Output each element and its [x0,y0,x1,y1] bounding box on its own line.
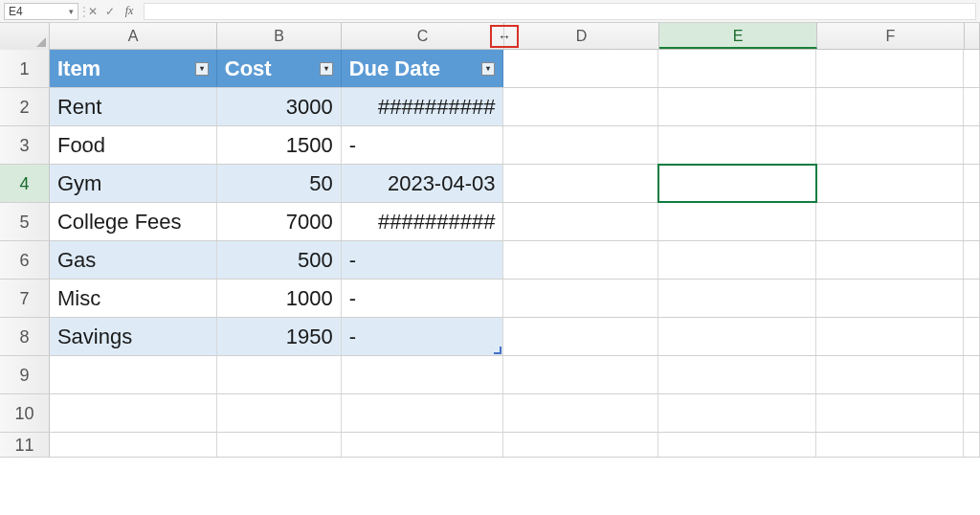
cell-A3[interactable]: Food [50,126,217,164]
cell-E3[interactable] [658,126,816,164]
filter-cost-icon[interactable]: ▾ [320,62,333,76]
fx-button[interactable]: fx [119,4,140,18]
cell-B4[interactable]: 50 [217,165,342,202]
cell-G7[interactable] [964,280,980,317]
row-header-2[interactable]: 2 [0,88,50,125]
cell-E7[interactable] [658,280,816,317]
cell-F10[interactable] [816,394,964,432]
cell-F5[interactable] [816,203,964,240]
header-item[interactable]: Item ▾ [50,50,217,87]
cell-E6[interactable] [658,241,816,279]
cell-D11[interactable] [503,433,658,457]
col-header-E[interactable]: E [659,23,817,49]
row-header-3[interactable]: 3 [0,126,50,164]
cell-E4-active[interactable] [658,165,816,202]
cell-B6[interactable]: 500 [217,241,342,279]
cell-C4[interactable]: 2023-04-03 [342,165,504,202]
cell-D2[interactable] [503,88,658,125]
cell-G4[interactable] [964,165,980,202]
formula-input[interactable] [144,3,976,20]
cell-G5[interactable] [964,203,980,240]
cell-C7[interactable]: - [342,280,504,317]
row-header-11[interactable]: 11 [0,433,50,457]
row-header-10[interactable]: 10 [0,394,50,432]
cell-A5[interactable]: College Fees [50,203,217,240]
cell-G6[interactable] [964,241,980,279]
cell-F6[interactable] [816,241,964,279]
col-header-F[interactable]: F [817,23,965,49]
row-header-4[interactable]: 4 [0,165,50,202]
col-header-extra[interactable] [965,23,980,49]
cell-E9[interactable] [658,356,816,393]
row-header-7[interactable]: 7 [0,280,50,317]
cell-G3[interactable] [964,126,980,164]
filter-due-icon[interactable]: ▾ [481,62,495,76]
cell-A10[interactable] [50,394,217,432]
cell-B8[interactable]: 1950 [217,318,342,355]
cell-D6[interactable] [503,241,658,279]
cell-F1[interactable] [816,50,964,87]
cell-F7[interactable] [816,280,964,317]
cell-F8[interactable] [816,318,964,355]
cell-B3[interactable]: 1500 [217,126,342,164]
cell-A8[interactable]: Savings [50,318,217,355]
cell-F4[interactable] [816,165,964,202]
cell-C3[interactable]: - [342,126,504,164]
cell-B5[interactable]: 7000 [217,203,342,240]
cell-D10[interactable] [503,394,658,432]
cell-A7[interactable]: Misc [50,280,217,317]
cell-D3[interactable] [503,126,658,164]
filter-item-icon[interactable]: ▾ [195,62,209,76]
cell-G9[interactable] [964,356,980,393]
cell-D8[interactable] [503,318,658,355]
cell-F11[interactable] [816,433,964,457]
cell-E2[interactable] [658,88,816,125]
cell-E11[interactable] [658,433,816,457]
cancel-formula-button[interactable]: ✕ [84,5,101,18]
cell-C10[interactable] [342,394,504,432]
row-header-9[interactable]: 9 [0,356,50,393]
cell-E5[interactable] [658,203,816,240]
cell-E1[interactable] [658,50,816,87]
cell-G8[interactable] [964,318,980,355]
cell-A4[interactable]: Gym [50,165,217,202]
cell-D1[interactable] [503,50,658,87]
confirm-formula-button[interactable]: ✓ [101,5,119,18]
row-header-1[interactable]: 1 [0,50,50,87]
header-due[interactable]: Due Date ▾ [342,50,504,87]
col-header-D[interactable]: D ↔ [504,23,659,49]
select-all-corner[interactable] [0,23,50,50]
cell-D5[interactable] [503,203,658,240]
cell-A2[interactable]: Rent [50,88,217,125]
cell-B9[interactable] [217,356,342,393]
cell-B7[interactable]: 1000 [217,280,342,317]
cell-A9[interactable] [50,356,217,393]
cell-G11[interactable] [964,433,980,457]
row-header-6[interactable]: 6 [0,241,50,279]
cell-D9[interactable] [503,356,658,393]
cell-E10[interactable] [658,394,816,432]
cell-C11[interactable] [342,433,504,457]
cell-A11[interactable] [50,433,217,457]
name-box[interactable]: E4 ▾ [4,3,78,20]
col-header-A[interactable]: A [50,23,217,49]
col-header-C[interactable]: C [342,23,504,49]
cell-G10[interactable] [964,394,980,432]
row-header-8[interactable]: 8 [0,318,50,355]
cell-C5[interactable]: ########## [342,203,504,240]
cell-A6[interactable]: Gas [50,241,217,279]
cell-D4[interactable] [503,165,658,202]
cell-F2[interactable] [816,88,964,125]
row-header-5[interactable]: 5 [0,203,50,240]
cell-C6[interactable]: - [342,241,504,279]
header-cost[interactable]: Cost ▾ [217,50,342,87]
cell-F3[interactable] [816,126,964,164]
cell-F9[interactable] [816,356,964,393]
cell-C8[interactable]: - [342,318,504,355]
cell-G1[interactable] [964,50,980,87]
cell-D7[interactable] [503,280,658,317]
cell-G2[interactable] [964,88,980,125]
cell-C9[interactable] [342,356,504,393]
cell-B11[interactable] [217,433,342,457]
cell-C2[interactable]: ########## [342,88,504,125]
